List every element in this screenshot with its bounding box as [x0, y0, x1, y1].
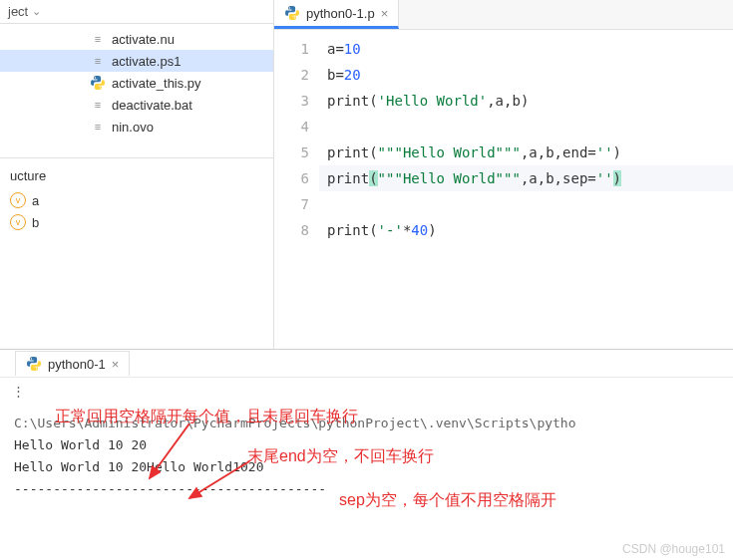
line-gutter: 12345678 [274, 30, 319, 249]
structure-title: ucture [0, 162, 273, 189]
code-editor[interactable]: 12345678 a=10b=20print('Hello World',a,b… [274, 30, 733, 249]
tab-bar: python0-1.p × [274, 0, 733, 30]
file-name: activate.ps1 [112, 54, 181, 69]
close-icon[interactable]: × [381, 6, 389, 21]
python-icon [26, 356, 42, 372]
output-line-1: Hello World 10 20 [14, 434, 719, 456]
code-line: a=10 [319, 36, 733, 62]
variable-name: b [32, 215, 39, 230]
file-icon: ≡ [90, 97, 106, 113]
code-line [319, 191, 733, 217]
file-name: deactivate.bat [112, 98, 192, 113]
code-line: print("""Hello World""",a,b,sep='') [319, 165, 733, 191]
structure-item[interactable]: va [0, 189, 273, 211]
project-header[interactable]: ject ⌄ [0, 0, 273, 24]
structure-item[interactable]: vb [0, 211, 273, 233]
structure-section: ucture vavb [0, 157, 273, 233]
file-item[interactable]: ≡activate.nu [0, 28, 273, 50]
file-item[interactable]: ≡nin.ovo [0, 116, 273, 138]
output-dashes: ---------------------------------------- [14, 478, 719, 500]
run-tab-label: python0-1 [48, 357, 106, 372]
run-tab[interactable]: python0-1 × [15, 351, 130, 376]
file-item[interactable]: ≡activate.ps1 [0, 50, 273, 72]
tab-label: python0-1.p [306, 6, 375, 21]
run-gutter: ⋮ [0, 378, 733, 405]
file-item[interactable]: activate_this.py [0, 72, 273, 94]
code-content: a=10b=20print('Hello World',a,b) print("… [319, 30, 733, 249]
project-panel: ject ⌄ ≡activate.nu≡activate.ps1activate… [0, 0, 274, 349]
close-icon[interactable]: × [112, 357, 120, 372]
file-item[interactable]: ≡deactivate.bat [0, 94, 273, 116]
python-icon [90, 75, 106, 91]
file-list: ≡activate.nu≡activate.ps1activate_this.p… [0, 24, 273, 138]
editor-tab[interactable]: python0-1.p × [274, 0, 399, 29]
file-icon: ≡ [90, 31, 106, 47]
variable-name: a [32, 193, 39, 208]
project-title: ject [8, 4, 28, 19]
watermark: CSDN @houge101 [622, 542, 725, 556]
run-panel: python0-1 × ⋮ C:\Users\Administrator\Pyc… [0, 349, 733, 508]
output-line-2: Hello World 10 20Hello World1020 [14, 456, 719, 478]
file-name: nin.ovo [112, 120, 154, 135]
code-line [319, 114, 733, 140]
code-line: b=20 [319, 62, 733, 88]
file-name: activate_this.py [112, 76, 201, 91]
code-line: print('Hello World',a,b) [319, 88, 733, 114]
code-line: print('-'*40) [319, 217, 733, 243]
python-icon [284, 5, 300, 21]
file-name: activate.nu [112, 32, 175, 47]
variable-icon: v [10, 214, 26, 230]
variable-icon: v [10, 192, 26, 208]
terminal-path: C:\Users\Administrator\PycharmProjects\p… [14, 413, 719, 434]
run-tab-bar: python0-1 × [0, 350, 733, 378]
terminal-output[interactable]: C:\Users\Administrator\PycharmProjects\p… [0, 405, 733, 508]
file-icon: ≡ [90, 53, 106, 69]
editor-panel: python0-1.p × 12345678 a=10b=20print('He… [274, 0, 733, 349]
file-icon: ≡ [90, 119, 106, 135]
code-line: print("""Hello World""",a,b,end='') [319, 140, 733, 165]
chevron-down-icon: ⌄ [32, 5, 41, 18]
